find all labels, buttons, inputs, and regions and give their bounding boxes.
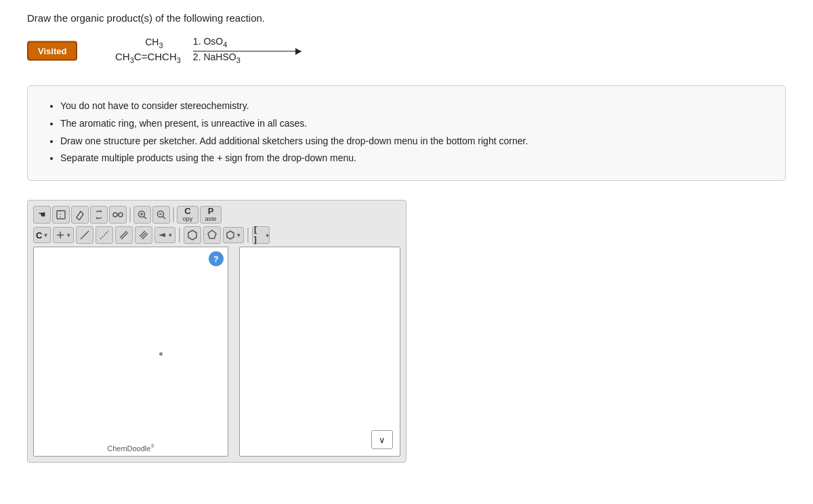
chemdoodle-label: ChemDoodle® (107, 444, 154, 453)
add-bond-chevron: ▼ (66, 232, 71, 238)
wedge-bond-btn[interactable]: ▼ (154, 227, 175, 243)
svg-rect-0 (57, 211, 65, 219)
svg-line-19 (141, 232, 146, 238)
canvas-row: ? ChemDoodle® ∨ (33, 247, 400, 457)
pentagon-btn[interactable] (203, 226, 221, 244)
shape-dropdown-btn[interactable]: ▼ (223, 227, 244, 243)
svg-marker-22 (188, 230, 196, 240)
add-bond-btn[interactable]: ▼ (53, 227, 74, 243)
svg-line-14 (81, 231, 89, 239)
svg-point-3 (119, 213, 123, 217)
wedge-chevron: ▼ (167, 232, 173, 238)
svg-line-11 (163, 217, 166, 219)
molecule-formula: CH3C=CHCH3 (115, 51, 181, 64)
eraser-tool-btn[interactable] (71, 206, 89, 224)
help-btn[interactable]: ? (209, 251, 224, 266)
svg-line-18 (140, 231, 145, 236)
zoom-in-btn[interactable] (133, 206, 151, 224)
svg-marker-21 (159, 233, 165, 237)
sketcher-canvas[interactable]: ? ChemDoodle® (33, 247, 228, 457)
toolbar-separator-4 (247, 228, 249, 243)
hexagon-small-icon (226, 230, 235, 240)
svg-marker-23 (208, 230, 216, 238)
element-selector-btn[interactable]: C ▼ (33, 227, 51, 243)
reaction-content: CH3 CH3C=CHCH3 1. OsO4 2. NaHSO3 (115, 36, 314, 65)
reaction-area: Visited CH3 CH3C=CHCH3 1. OsO4 2. NaHSO3 (27, 36, 786, 65)
reaction-arrow (193, 51, 301, 52)
molecule-top-group: CH3 (127, 37, 181, 49)
svg-line-8 (144, 217, 147, 219)
reaction-step-1: 1. OsO4 (193, 36, 227, 49)
zoom-out-btn[interactable] (152, 206, 170, 224)
sketcher-right-panel: ∨ (239, 247, 400, 457)
reaction-step-2: 2. NaHSO3 (193, 51, 241, 64)
sketcher-toolbar-top: ☚ C opy (33, 206, 400, 224)
dashed-bond-btn[interactable] (96, 226, 113, 244)
svg-line-20 (142, 234, 148, 239)
svg-point-2 (113, 213, 117, 217)
plus-icon (56, 230, 65, 240)
triple-bond-btn[interactable] (135, 226, 152, 244)
svg-marker-24 (227, 231, 234, 239)
instruction-item-4: Separate multiple products using the + s… (60, 150, 766, 167)
page-wrapper: Draw the organic product(s) of the follo… (0, 0, 813, 490)
toolbar-separator-2 (173, 207, 174, 222)
canvas-dot (159, 352, 163, 356)
paste-btn[interactable]: P aste (200, 206, 222, 224)
lasso-tool-btn[interactable] (52, 206, 70, 224)
sketcher-outer: ☚ C opy (27, 200, 406, 463)
chain-tool-btn[interactable] (109, 206, 127, 224)
molecule-block: CH3 CH3C=CHCH3 (115, 37, 181, 64)
svg-line-15 (100, 231, 108, 239)
hexagon-btn[interactable] (184, 226, 201, 244)
copy-btn[interactable]: C opy (177, 206, 199, 224)
question-title: Draw the organic product(s) of the follo… (27, 12, 786, 24)
arrow-line (193, 51, 301, 52)
element-label: C (36, 230, 42, 240)
instructions-list: You do not have to consider stereochemis… (47, 98, 766, 167)
toolbar-separator-3 (179, 228, 180, 243)
single-bond-btn[interactable] (76, 226, 93, 244)
instruction-item-3: Draw one structure per sketcher. Add add… (60, 133, 766, 150)
bracket-btn[interactable]: [ ]+ (252, 226, 270, 244)
toolbar-separator-1 (129, 207, 131, 222)
instructions-box: You do not have to consider stereochemis… (27, 85, 786, 181)
add-sketcher-dropdown-btn[interactable]: ∨ (371, 430, 393, 449)
shape-chevron: ▼ (236, 232, 241, 238)
instruction-item-2: The aromatic ring, when present, is unre… (60, 116, 766, 132)
reaction-arrow-block: 1. OsO4 2. NaHSO3 (193, 36, 301, 65)
double-bond-btn[interactable] (115, 226, 133, 244)
sketcher-toolbar-bottom: C ▼ ▼ (33, 226, 400, 244)
instruction-item-1: You do not have to consider stereochemis… (60, 98, 766, 114)
element-chevron: ▼ (43, 232, 48, 238)
wedge-icon (157, 230, 167, 240)
hand-tool-btn[interactable]: ☚ (33, 206, 51, 224)
rotate-tool-btn[interactable] (90, 206, 108, 224)
visited-badge[interactable]: Visited (27, 41, 77, 60)
